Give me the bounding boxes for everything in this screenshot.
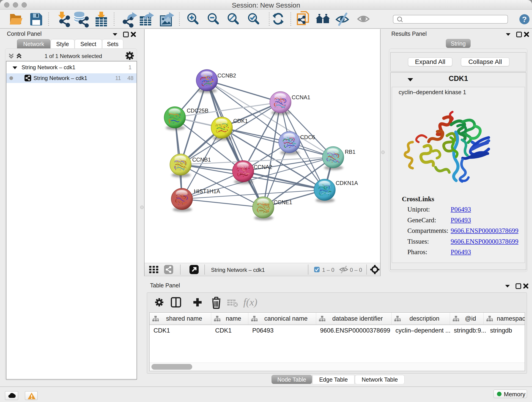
svg-text:String Network – cdk1: String Network – cdk1 (211, 267, 265, 273)
svg-text:0 – 0: 0 – 0 (350, 267, 362, 273)
svg-text:CCNB2: CCNB2 (217, 72, 236, 79)
svg-text:1 – 0: 1 – 0 (322, 267, 334, 273)
svg-text:RB1: RB1 (345, 149, 355, 155)
svg-text:CCNE1: CCNE1 (273, 199, 292, 205)
svg-text:CDKN1A: CDKN1A (336, 180, 358, 186)
svg-text:?: ? (522, 15, 527, 24)
svg-text:CCNA2: CCNA2 (254, 164, 272, 170)
svg-text:f(x): f(x) (243, 297, 257, 308)
svg-text:CDC25B: CDC25B (187, 108, 209, 114)
svg-text:CCNB1: CCNB1 (192, 157, 211, 163)
svg-text:CDC6: CDC6 (300, 134, 315, 140)
svg-text:HIST1H1A: HIST1H1A (194, 188, 220, 194)
svg-text:CCNA1: CCNA1 (292, 94, 310, 100)
svg-text:CDK1: CDK1 (233, 118, 248, 124)
